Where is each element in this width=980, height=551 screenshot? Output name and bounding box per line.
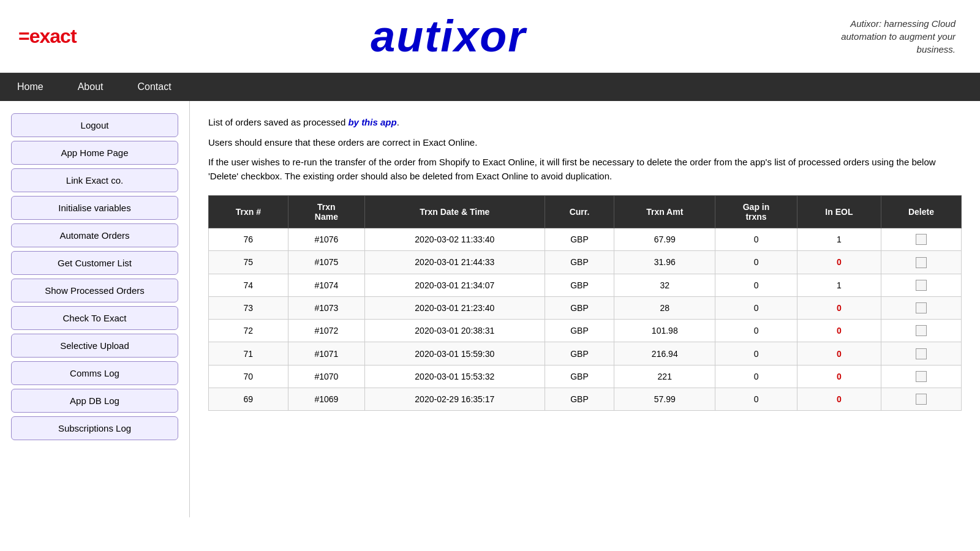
comms-log-button[interactable]: Comms Log xyxy=(11,361,178,385)
subscriptions-log-button[interactable]: Subscriptions Log xyxy=(11,416,178,440)
cell-in-eol: 0 xyxy=(797,251,881,274)
cell-curr: GBP xyxy=(545,296,614,319)
cell-delete[interactable] xyxy=(881,296,961,319)
delete-checkbox[interactable] xyxy=(916,371,927,382)
cell-delete[interactable] xyxy=(881,320,961,342)
link-exact-co-button[interactable]: Link Exact co. xyxy=(11,168,178,192)
cell-trxn-name: #1076 xyxy=(288,228,364,251)
cell-delete[interactable] xyxy=(881,365,961,388)
cell-gap: 0 xyxy=(715,342,797,365)
cell-curr: GBP xyxy=(545,342,614,365)
cell-delete[interactable] xyxy=(881,228,961,251)
header-tagline: Autixor: harnessing Cloud automation to … xyxy=(821,17,956,56)
table-header-row: Trxn # TrxnName Trxn Date & Time Curr. T… xyxy=(209,196,962,228)
cell-in-eol: 0 xyxy=(797,296,881,319)
delete-checkbox[interactable] xyxy=(916,302,927,313)
cell-trxn-date: 2020-03-01 15:59:30 xyxy=(365,342,545,365)
col-gap: Gap intrxns xyxy=(715,196,797,228)
cell-trxn-amt: 221 xyxy=(614,365,715,388)
cell-curr: GBP xyxy=(545,365,614,388)
cell-trxn-date: 2020-02-29 16:35:17 xyxy=(365,388,545,411)
nav-about[interactable]: About xyxy=(61,73,121,101)
cell-gap: 0 xyxy=(715,296,797,319)
cell-trxn-num: 70 xyxy=(209,365,288,388)
cell-delete[interactable] xyxy=(881,274,961,296)
cell-gap: 0 xyxy=(715,274,797,296)
initialise-variables-button[interactable]: Initialise variables xyxy=(11,196,178,220)
cell-gap: 0 xyxy=(715,365,797,388)
table-row: 70 #1070 2020-03-01 15:53:32 GBP 221 0 0 xyxy=(209,365,962,388)
cell-in-eol: 0 xyxy=(797,388,881,411)
nav-home[interactable]: Home xyxy=(0,73,61,101)
cell-trxn-num: 76 xyxy=(209,228,288,251)
col-in-eol: In EOL xyxy=(797,196,881,228)
delete-checkbox[interactable] xyxy=(916,234,927,245)
cell-delete[interactable] xyxy=(881,342,961,365)
table-row: 69 #1069 2020-02-29 16:35:17 GBP 57.99 0… xyxy=(209,388,962,411)
selective-upload-button[interactable]: Selective Upload xyxy=(11,334,178,358)
cell-delete[interactable] xyxy=(881,251,961,274)
table-row: 72 #1072 2020-03-01 20:38:31 GBP 101.98 … xyxy=(209,320,962,342)
nav-bar: Home About Contact xyxy=(0,73,980,101)
col-trxn-name: TrxnName xyxy=(288,196,364,228)
orders-table: Trxn # TrxnName Trxn Date & Time Curr. T… xyxy=(208,195,962,411)
app-home-page-button[interactable]: App Home Page xyxy=(11,141,178,165)
cell-trxn-amt: 32 xyxy=(614,274,715,296)
delete-checkbox[interactable] xyxy=(916,348,927,359)
cell-curr: GBP xyxy=(545,251,614,274)
nav-contact[interactable]: Contact xyxy=(121,73,189,101)
check-to-exact-button[interactable]: Check To Exact xyxy=(11,306,178,330)
automate-orders-button[interactable]: Automate Orders xyxy=(11,223,178,247)
exact-logo: =exact xyxy=(18,25,77,48)
cell-trxn-name: #1073 xyxy=(288,296,364,319)
cell-trxn-name: #1070 xyxy=(288,365,364,388)
cell-curr: GBP xyxy=(545,274,614,296)
intro-text-2: Users should ensure that these orders ar… xyxy=(208,136,962,150)
autixor-logo: autixor xyxy=(371,11,526,61)
cell-trxn-date: 2020-03-01 21:23:40 xyxy=(365,296,545,319)
cell-curr: GBP xyxy=(545,228,614,251)
cell-trxn-date: 2020-03-02 11:33:40 xyxy=(365,228,545,251)
intro-suffix: . xyxy=(397,117,399,127)
exact-logo-container: =exact xyxy=(18,25,77,48)
cell-trxn-amt: 67.99 xyxy=(614,228,715,251)
app-db-log-button[interactable]: App DB Log xyxy=(11,389,178,413)
cell-trxn-name: #1069 xyxy=(288,388,364,411)
cell-trxn-name: #1071 xyxy=(288,342,364,365)
get-customer-list-button[interactable]: Get Customer List xyxy=(11,251,178,275)
logout-button[interactable]: Logout xyxy=(11,113,178,137)
delete-checkbox[interactable] xyxy=(916,257,927,268)
delete-checkbox[interactable] xyxy=(916,280,927,291)
col-trxn-amt: Trxn Amt xyxy=(614,196,715,228)
main-layout: Logout App Home Page Link Exact co. Init… xyxy=(0,101,980,517)
intro-text-3: If the user wishes to re-run the transfe… xyxy=(208,156,962,183)
cell-in-eol: 0 xyxy=(797,320,881,342)
cell-trxn-amt: 28 xyxy=(614,296,715,319)
cell-trxn-num: 72 xyxy=(209,320,288,342)
cell-gap: 0 xyxy=(715,251,797,274)
cell-trxn-date: 2020-03-01 21:34:07 xyxy=(365,274,545,296)
cell-trxn-num: 74 xyxy=(209,274,288,296)
cell-trxn-name: #1072 xyxy=(288,320,364,342)
cell-gap: 0 xyxy=(715,228,797,251)
cell-in-eol: 1 xyxy=(797,228,881,251)
col-trxn-date: Trxn Date & Time xyxy=(365,196,545,228)
intro-highlight: by this app xyxy=(348,117,396,127)
col-trxn-num: Trxn # xyxy=(209,196,288,228)
cell-trxn-date: 2020-03-01 21:44:33 xyxy=(365,251,545,274)
table-row: 76 #1076 2020-03-02 11:33:40 GBP 67.99 0… xyxy=(209,228,962,251)
table-row: 74 #1074 2020-03-01 21:34:07 GBP 32 0 1 xyxy=(209,274,962,296)
sidebar: Logout App Home Page Link Exact co. Init… xyxy=(0,101,190,517)
delete-checkbox[interactable] xyxy=(916,325,927,336)
content-area: List of orders saved as processed by thi… xyxy=(190,101,980,517)
intro-text-1: List of orders saved as processed by thi… xyxy=(208,116,962,130)
col-curr: Curr. xyxy=(545,196,614,228)
show-processed-orders-button[interactable]: Show Processed Orders xyxy=(11,279,178,302)
table-row: 75 #1075 2020-03-01 21:44:33 GBP 31.96 0… xyxy=(209,251,962,274)
delete-checkbox[interactable] xyxy=(916,394,927,405)
intro-prefix: List of orders saved as processed xyxy=(208,117,348,127)
cell-gap: 0 xyxy=(715,320,797,342)
cell-delete[interactable] xyxy=(881,388,961,411)
cell-trxn-date: 2020-03-01 20:38:31 xyxy=(365,320,545,342)
cell-in-eol: 0 xyxy=(797,365,881,388)
